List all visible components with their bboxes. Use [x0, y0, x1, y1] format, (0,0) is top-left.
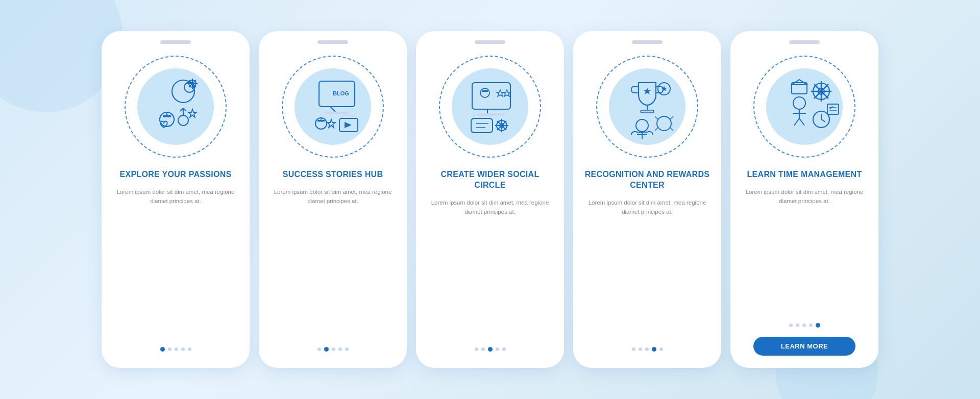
pagination-dots-2 [317, 347, 349, 352]
icon-time-management [761, 63, 848, 150]
dot-2-2[interactable] [324, 347, 329, 352]
illustration-recognition [594, 53, 701, 160]
illustration-success-stories: BLOG [279, 53, 386, 160]
svg-line-55 [670, 116, 673, 119]
dot-3-1[interactable] [475, 347, 478, 351]
phone-speaker-3 [475, 40, 505, 44]
dot-2-3[interactable] [332, 347, 335, 351]
card-desc-recognition: Lorem ipsum dolor sit dim amet, mea regi… [583, 198, 711, 339]
illustration-social-circle [436, 53, 544, 160]
card-time-management: LEARN TIME MANAGEMENT Lorem ipsum dolor … [730, 31, 878, 368]
dot-2-1[interactable] [317, 347, 321, 351]
svg-rect-33 [477, 113, 505, 116]
phone-speaker-5 [789, 40, 820, 44]
phone-speaker-2 [317, 40, 348, 44]
dot-3-5[interactable] [502, 347, 506, 351]
svg-rect-46 [641, 110, 654, 113]
svg-marker-47 [644, 88, 651, 94]
pagination-dots-4 [632, 347, 663, 352]
phone-speaker [160, 40, 191, 44]
dot-2-4[interactable] [338, 347, 342, 351]
pagination-dots-5 [789, 323, 820, 328]
svg-line-64 [799, 118, 804, 126]
icon-success-stories: BLOG [289, 63, 376, 150]
card-title-explore-passions: EXPLORE YOUR PASSIONS [119, 169, 231, 180]
svg-line-56 [655, 128, 658, 131]
svg-marker-23 [327, 119, 335, 128]
pagination-dots-3 [475, 347, 506, 352]
svg-line-57 [670, 128, 673, 131]
icon-recognition [604, 63, 691, 150]
dot-1-4[interactable] [181, 347, 185, 351]
dot-1-1[interactable] [160, 347, 165, 352]
svg-point-60 [793, 97, 805, 109]
dot-5-3[interactable] [802, 323, 806, 327]
svg-line-18 [330, 107, 335, 112]
svg-rect-34 [471, 118, 493, 133]
svg-point-53 [657, 116, 671, 131]
svg-point-10 [178, 115, 188, 126]
dot-1-5[interactable] [188, 347, 191, 351]
dot-3-2[interactable] [481, 347, 485, 351]
card-recognition-rewards: RECOGNITION AND REWARDS CENTER Lorem ips… [573, 31, 721, 368]
svg-rect-74 [827, 104, 839, 114]
svg-line-73 [821, 119, 825, 122]
dot-3-3[interactable] [488, 347, 493, 352]
svg-rect-21 [317, 120, 325, 122]
card-title-success-stories: SUCCESS STORIES HUB [283, 169, 383, 180]
illustration-explore-passions [122, 53, 229, 160]
icon-explore-passions [132, 63, 219, 150]
learn-more-button[interactable]: LEARN MORE [753, 337, 855, 356]
card-desc-social-circle: Lorem ipsum dolor sit dim amet, mea regi… [426, 198, 554, 339]
svg-marker-25 [345, 122, 352, 128]
dot-5-4[interactable] [809, 323, 813, 327]
phone-speaker-4 [632, 40, 663, 44]
card-success-stories: BLOG SUCCESS STORIES HUB Lorem ipsum dol… [259, 31, 407, 368]
svg-rect-19 [325, 112, 349, 114]
dot-5-2[interactable] [796, 323, 799, 327]
svg-marker-14 [188, 109, 197, 117]
card-title-social-circle: CREATE WIDER SOCIAL CIRCLE [426, 169, 554, 191]
card-title-recognition: RECOGNITION AND REWARDS CENTER [583, 169, 711, 191]
svg-line-63 [794, 118, 799, 126]
svg-rect-27 [474, 85, 508, 105]
dot-2-5[interactable] [345, 347, 349, 351]
card-desc-explore-passions: Lorem ipsum dolor sit dim amet, mea regi… [112, 187, 239, 339]
icon-social-circle [447, 63, 533, 150]
pagination-dots-1 [160, 347, 191, 352]
card-explore-passions: EXPLORE YOUR PASSIONS Lorem ipsum dolor … [102, 31, 250, 368]
dot-4-4[interactable] [652, 347, 656, 352]
card-desc-time-management: Lorem ipsum dolor sit dim amet, mea regi… [741, 187, 868, 315]
dot-1-2[interactable] [168, 347, 172, 351]
dot-4-2[interactable] [639, 347, 642, 351]
svg-rect-8 [163, 115, 171, 117]
dot-1-3[interactable] [175, 347, 178, 351]
dot-5-5[interactable] [816, 323, 820, 328]
dot-4-3[interactable] [645, 347, 649, 351]
illustration-time-management [751, 53, 858, 160]
dot-4-5[interactable] [659, 347, 663, 351]
cards-container: EXPLORE YOUR PASSIONS Lorem ipsum dolor … [81, 16, 899, 383]
svg-rect-29 [482, 90, 488, 92]
dot-5-1[interactable] [789, 323, 793, 327]
svg-point-50 [636, 119, 648, 132]
card-desc-success-stories: Lorem ipsum dolor sit dim amet, mea regi… [269, 187, 397, 339]
card-social-circle: CREATE WIDER SOCIAL CIRCLE Lorem ipsum d… [416, 31, 564, 368]
dot-4-1[interactable] [632, 347, 635, 351]
dot-3-4[interactable] [496, 347, 499, 351]
svg-line-54 [655, 116, 658, 119]
card-title-time-management: LEARN TIME MANAGEMENT [747, 169, 862, 180]
svg-text:BLOG: BLOG [333, 90, 349, 96]
